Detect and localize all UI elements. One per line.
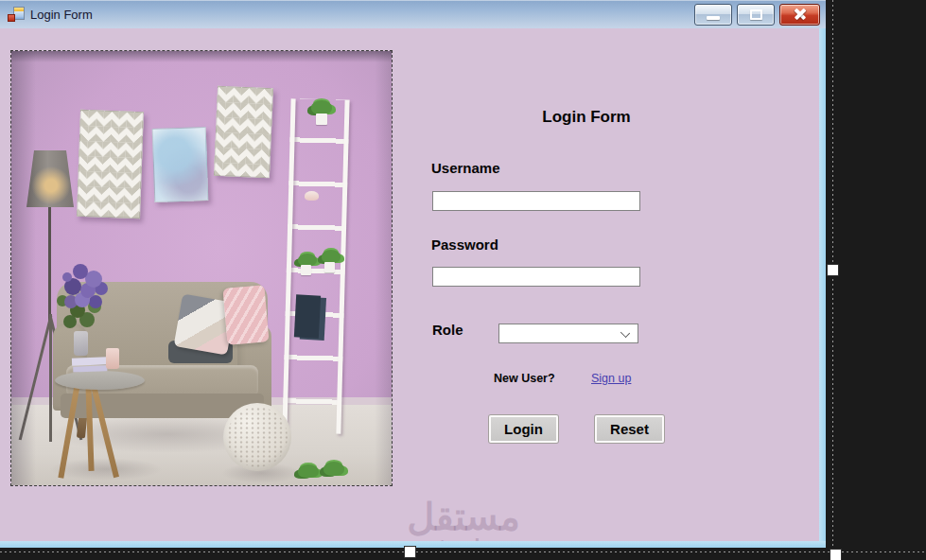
reset-button[interactable]: Reset <box>595 415 664 443</box>
window-border-right <box>819 28 826 548</box>
chevron-down-icon <box>620 328 630 338</box>
wall-canvas-watercolor <box>152 127 209 202</box>
ladder-plant-pot <box>316 114 327 125</box>
table-cup <box>106 348 119 369</box>
designer-guide-vertical <box>832 0 833 560</box>
floor-lamp-leg <box>49 314 52 442</box>
resize-handle-bottom[interactable] <box>404 546 416 558</box>
window-title: Login Form <box>30 8 93 22</box>
designer-guide-horizontal <box>0 551 926 552</box>
ladder-books <box>294 294 321 338</box>
password-input[interactable] <box>432 267 640 287</box>
maximize-button[interactable] <box>737 4 775 26</box>
username-label: Username <box>431 160 500 176</box>
watermark: مستقل mostaql.com <box>364 497 563 541</box>
minimize-button[interactable] <box>694 4 732 26</box>
ladder-plant <box>322 250 341 263</box>
ladder-plant-pot <box>324 262 335 272</box>
purple-flower-bouquet <box>62 272 72 282</box>
winforms-form-icon <box>8 7 25 22</box>
table-books <box>72 357 108 365</box>
username-input[interactable] <box>432 191 640 211</box>
ladder-plant <box>311 100 332 114</box>
signup-link[interactable]: Sign up <box>591 372 631 385</box>
floor-lamp-pole <box>48 207 51 321</box>
login-button[interactable]: Login <box>489 415 558 443</box>
window-control-buttons <box>694 4 826 26</box>
maximize-icon <box>750 9 762 20</box>
role-combobox[interactable] <box>498 324 638 343</box>
flower-vase <box>74 331 88 356</box>
form-client-area: Login Form Username Password Role New Us… <box>0 28 819 541</box>
knitted-pouf <box>223 403 291 471</box>
designer-canvas: Login Form <box>0 0 926 560</box>
new-user-text: New User? <box>494 372 555 385</box>
password-label: Password <box>431 236 498 253</box>
login-form-window: Login Form <box>0 0 826 548</box>
wall-canvas-chevron-left <box>77 110 144 219</box>
ladder-plant-pot <box>301 265 311 275</box>
floor-plant <box>323 462 344 476</box>
side-table-top <box>55 371 145 390</box>
living-room-photo <box>11 51 392 485</box>
resize-handle-right[interactable] <box>827 264 839 276</box>
form-icon-red-square <box>8 14 15 22</box>
bouquet-leaves <box>57 295 68 306</box>
close-icon <box>793 8 808 21</box>
minimize-icon <box>707 16 720 20</box>
role-label: Role <box>432 322 463 338</box>
resize-handle-corner[interactable] <box>830 549 842 560</box>
ladder-shelf <box>282 98 349 434</box>
ladder-bird-figurine <box>305 191 319 201</box>
form-heading: Login Form <box>478 108 695 127</box>
wall-canvas-chevron-right <box>214 86 273 178</box>
window-titlebar[interactable]: Login Form <box>0 0 826 28</box>
watermark-arabic-text: مستقل <box>364 497 563 536</box>
close-button[interactable] <box>779 4 820 26</box>
living-room-picturebox[interactable] <box>10 50 393 486</box>
floor-lamp-shade <box>26 150 74 207</box>
pink-pillow <box>222 285 269 345</box>
